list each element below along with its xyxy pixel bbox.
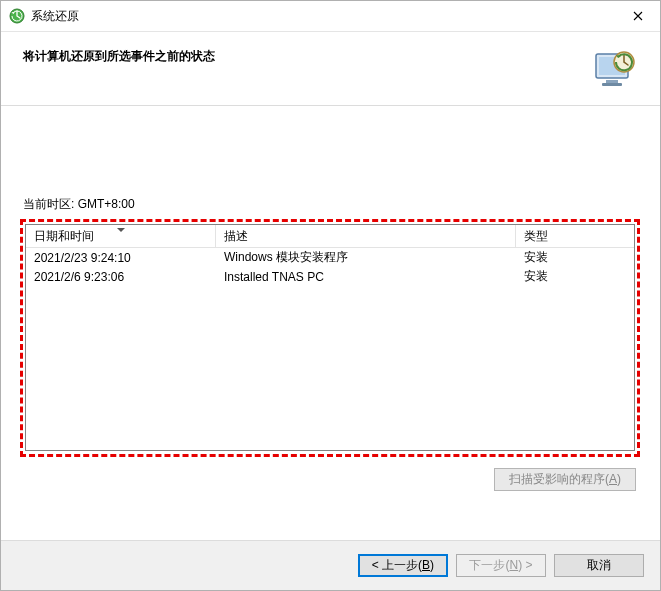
next-button: 下一步(N) >	[456, 554, 546, 577]
back-button[interactable]: < 上一步(B)	[358, 554, 448, 577]
column-header-description[interactable]: 描述	[216, 225, 516, 248]
restore-points-list[interactable]: 日期和时间 描述 类型 2021/2/23 9:24:10 Windows 模块…	[25, 224, 635, 451]
cell-type: 安装	[516, 268, 634, 285]
cell-description: Installed TNAS PC	[216, 270, 516, 284]
column-header-type-label: 类型	[524, 228, 548, 245]
timezone-label: 当前时区: GMT+8:00	[23, 196, 135, 213]
page-heading: 将计算机还原到所选事件之前的状态	[23, 46, 590, 65]
cell-type: 安装	[516, 249, 634, 266]
column-header-type[interactable]: 类型	[516, 225, 634, 248]
column-header-date[interactable]: 日期和时间	[26, 225, 216, 248]
cell-date: 2021/2/6 9:23:06	[26, 270, 216, 284]
list-row[interactable]: 2021/2/6 9:23:06 Installed TNAS PC 安装	[26, 267, 634, 286]
system-restore-window: 系统还原 将计算机还原到所选事件之前的状态 当前时区: GMT+8:00	[0, 0, 661, 591]
wizard-footer: < 上一步(B) 下一步(N) > 取消	[1, 540, 660, 590]
list-row[interactable]: 2021/2/23 9:24:10 Windows 模块安装程序 安装	[26, 248, 634, 267]
restore-monitor-icon	[590, 46, 638, 94]
column-header-desc-label: 描述	[224, 228, 248, 245]
cell-description: Windows 模块安装程序	[216, 249, 516, 266]
list-header: 日期和时间 描述 类型	[26, 225, 634, 248]
scan-affected-programs-button: 扫描受影响的程序(A)	[494, 468, 636, 491]
cancel-button[interactable]: 取消	[554, 554, 644, 577]
cell-date: 2021/2/23 9:24:10	[26, 251, 216, 265]
titlebar: 系统还原	[1, 1, 660, 32]
system-restore-icon	[9, 8, 25, 24]
content-area: 当前时区: GMT+8:00 日期和时间 描述 类型 2021/2/23 9:2…	[1, 106, 660, 540]
wizard-header: 将计算机还原到所选事件之前的状态	[1, 32, 660, 106]
svg-rect-3	[606, 80, 618, 83]
column-header-date-label: 日期和时间	[34, 228, 94, 245]
svg-rect-4	[602, 83, 622, 86]
close-button[interactable]	[615, 2, 660, 31]
window-title: 系统还原	[31, 8, 615, 25]
